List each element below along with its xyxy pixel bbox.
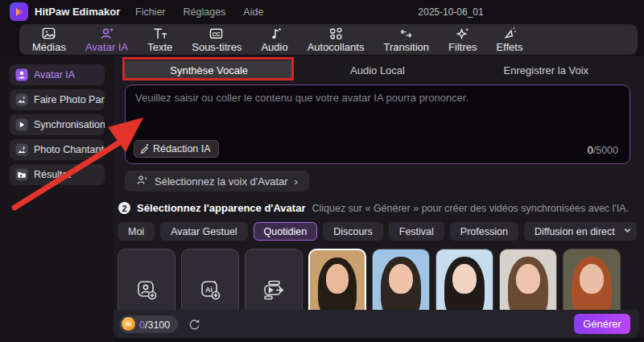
svg-text:Ai: Ai — [205, 286, 213, 294]
sidebar-item-label: Résultat — [34, 169, 71, 180]
app-window: HitPaw Edimakor Fichier Réglages Aide 20… — [0, 0, 644, 342]
toolbar-effets[interactable]: Effets — [496, 27, 522, 53]
toolbar-label: Avatar IA — [85, 41, 128, 53]
transition-arrows-icon — [398, 27, 414, 40]
category-diffusion-en-direct[interactable]: Diffusion en direct — [524, 222, 625, 241]
text-icon — [152, 27, 167, 40]
sidebar-item-faire-photo-parler[interactable]: Faire Photo Parler — [10, 89, 105, 110]
refresh-icon[interactable] — [188, 318, 200, 331]
toolbar-label: Audio — [261, 41, 287, 53]
toolbar-label: Autocollants — [308, 41, 365, 53]
chevron-right-icon: › — [295, 175, 298, 187]
category-filter-pills: Moi Avatar Gestuel Quotidien Discours Fe… — [118, 222, 625, 241]
toolbar-sous-titres[interactable]: CC Sous-titres — [192, 27, 242, 53]
chevron-down-icon — [622, 225, 633, 239]
effects-wand-icon — [502, 27, 517, 40]
credits-pill[interactable]: AI 0/3100 — [119, 315, 178, 333]
toolbar-label: Filtres — [448, 41, 477, 53]
avatar-photo-face — [452, 264, 476, 294]
ai-plus-icon: Ai — [198, 278, 222, 305]
svg-text:CC: CC — [213, 31, 221, 36]
avatar-photo-face — [516, 264, 539, 294]
main-toolbar: Médias Avatar IA Texte CC Sous-titres Au… — [19, 24, 638, 55]
toolbar-filtres[interactable]: Filtres — [448, 27, 477, 53]
toolbar-label: Sous-titres — [192, 41, 242, 53]
ai-writing-button[interactable]: Rédaction IA — [134, 140, 219, 158]
toolbar-label: Médias — [32, 41, 66, 53]
sidebar-item-synchronisation[interactable]: Synchronisation ... — [10, 114, 105, 135]
avatar-person-icon — [15, 68, 28, 81]
select-avatar-voice-button[interactable]: Sélectionnez la voix d'Avatar › — [125, 171, 309, 192]
photo-talk-icon — [15, 93, 28, 106]
main-panel: Synthèse Vocale Audio Local Enregistrer … — [114, 56, 644, 338]
toolbar-label: Texte — [147, 41, 172, 53]
sidebar-item-photo-chantante[interactable]: Photo Chantante — [10, 139, 105, 160]
script-input-container: Rédaction IA 0/5000 — [125, 84, 630, 164]
avatar-photo-face — [389, 264, 412, 294]
step-2-badge: 2 — [118, 202, 130, 214]
ai-coin-icon: AI — [122, 317, 135, 331]
result-folder-icon — [15, 168, 28, 181]
left-sidebar: Avatar IA Faire Photo Parler Synchronisa… — [0, 56, 114, 342]
subtitles-icon: CC — [208, 27, 225, 40]
ai-pen-icon — [139, 142, 151, 156]
char-counter: 0/5000 — [588, 145, 618, 156]
app-logo-icon — [10, 2, 28, 21]
toolbar-medias[interactable]: Médias — [32, 27, 66, 53]
appearance-hint: Cliquez sur « Générer » pour créer des v… — [312, 203, 629, 214]
bottom-action-bar: AI 0/3100 Générer — [114, 310, 638, 338]
char-count-max: /5000 — [593, 145, 618, 156]
category-festival[interactable]: Festival — [389, 222, 444, 241]
char-count-current: 0 — [588, 145, 593, 156]
photo-sing-icon — [15, 143, 28, 156]
menu-aide[interactable]: Aide — [243, 6, 263, 18]
voice-source-tabs: Synthèse Vocale Audio Local Enregistrer … — [125, 60, 630, 80]
toolbar-audio[interactable]: Audio — [261, 27, 287, 53]
appearance-title: Sélectionnez l'apparence d'Avatar — [137, 202, 305, 214]
sparkle-icon — [455, 27, 470, 40]
document-title: 2025-10-06_01 — [386, 6, 515, 18]
category-quotidien[interactable]: Quotidien — [254, 222, 318, 241]
script-textarea[interactable] — [126, 85, 630, 140]
sidebar-item-label: Faire Photo Parler — [34, 94, 105, 105]
add-person-icon — [134, 278, 159, 305]
toolbar-transition[interactable]: Transition — [383, 27, 429, 53]
title-bar: HitPaw Edimakor Fichier Réglages Aide 20… — [0, 0, 644, 23]
app-name: HitPaw Edimakor — [35, 6, 120, 18]
expand-categories-button[interactable] — [618, 222, 637, 241]
toolbar-texte[interactable]: Texte — [147, 27, 172, 53]
category-avatar-gestuel[interactable]: Avatar Gestuel — [160, 222, 247, 241]
toolbar-autocollants[interactable]: Autocollants — [308, 27, 365, 53]
toolbar-label: Effets — [496, 41, 522, 53]
menu-bar: Fichier Réglages Aide — [135, 6, 263, 18]
category-moi[interactable]: Moi — [118, 222, 155, 241]
video-sync-icon — [15, 118, 28, 131]
appearance-step-header: 2 Sélectionnez l'apparence d'Avatar Cliq… — [118, 202, 629, 214]
generate-button[interactable]: Générer — [574, 314, 630, 334]
sidebar-item-label: Synchronisation ... — [34, 119, 105, 130]
sidebar-item-avatar-ia[interactable]: Avatar IA — [10, 64, 105, 85]
sidebar-item-label: Photo Chantante — [34, 144, 105, 155]
menu-fichier[interactable]: Fichier — [135, 6, 166, 18]
select-voice-label: Sélectionnez la voix d'Avatar — [155, 175, 288, 187]
tab-audio-local[interactable]: Audio Local — [293, 60, 461, 80]
avatar-photo-face — [326, 264, 349, 293]
avatar-photo-face — [580, 264, 603, 294]
credits-used: 0 — [139, 319, 145, 331]
toolbar-label: Transition — [383, 41, 429, 53]
video-export-icon — [261, 278, 287, 305]
sidebar-item-resultat[interactable]: Résultat — [10, 164, 105, 185]
tab-enregistrer-la-voix[interactable]: Enregistrer la Voix — [462, 60, 630, 80]
toolbar-avatar-ia[interactable]: Avatar IA — [85, 27, 128, 53]
credits-total: /3100 — [145, 319, 170, 331]
media-icon — [41, 27, 56, 40]
avatar-ai-icon — [99, 27, 114, 40]
tab-synthese-vocale[interactable]: Synthèse Vocale — [125, 60, 293, 80]
stickers-icon — [328, 27, 344, 40]
category-discours[interactable]: Discours — [323, 222, 383, 241]
voice-person-icon — [136, 174, 148, 188]
ai-writing-label: Rédaction IA — [153, 143, 211, 155]
sidebar-item-label: Avatar IA — [34, 69, 75, 80]
category-profession[interactable]: Profession — [450, 222, 518, 241]
menu-reglages[interactable]: Réglages — [184, 6, 226, 18]
